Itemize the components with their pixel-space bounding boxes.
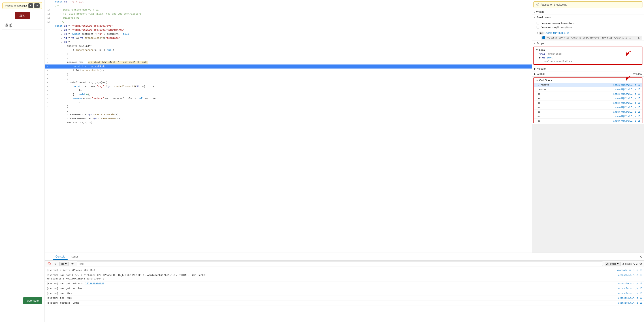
msg-link-4[interactable]: vconsole.min.js:10: [616, 291, 642, 295]
console-message-4: [system] dns: 0ms vconsole.min.js:10: [45, 291, 644, 296]
bp-file-section: ▼ ▶| index-UjY2hWLO.js ✓ **/const $b="ht…: [536, 31, 642, 40]
pause-uncaught-checkbox[interactable]: [536, 22, 539, 25]
console-panel: ⋮ Console Issues ✕ 🚫 ⊘ top ▼ 👁 All level…: [45, 253, 644, 322]
resume-button[interactable]: ▶: [28, 3, 33, 8]
close-console-button[interactable]: ✕: [639, 255, 642, 259]
msg-link-0[interactable]: vconsole.main.js:10: [615, 268, 642, 272]
scope-label: Scope: [536, 42, 544, 45]
code-line: - r: [45, 101, 532, 105]
callstack-item-4[interactable]: pe index-UjY2hWLO.js:13: [534, 101, 642, 105]
msg-link-5[interactable]: vconsole.min.js:10: [616, 296, 642, 300]
breakpoints-content: Pause on uncaught exceptions Pause on ca…: [532, 20, 644, 41]
msg-link-1[interactable]: vconsole.min.js:10: [616, 273, 642, 277]
cs-name-4: pe: [538, 101, 540, 104]
issues-badge[interactable]: 2 Issues: 🗨 2: [622, 262, 638, 265]
msg-link-2[interactable]: vconsole.min.js:10: [616, 282, 642, 285]
code-line: - }: [45, 52, 532, 57]
code-line: - t.insertBefore(e, n || null): [45, 48, 532, 52]
module-label: Module: [537, 67, 546, 70]
global-header[interactable]: ▶ Global Window: [532, 72, 644, 76]
callstack-item-8[interactable]: be index-UjY2hWLO.js:13: [534, 119, 642, 123]
tab-console[interactable]: Console: [53, 254, 68, 260]
cs-name-7: ae: [538, 115, 540, 118]
code-line: - ,: [45, 57, 532, 61]
step-over-button[interactable]: ⏭: [34, 3, 40, 8]
cs-file-8: index-UjY2hWLO.js:13: [613, 120, 640, 122]
cs-file-7: index-UjY2hWLO.js:13: [613, 115, 640, 118]
callstack-item-2[interactable]: pe index-UjY2hWLO.js:13: [534, 92, 642, 96]
console-dots-button[interactable]: ⋮: [46, 255, 52, 259]
msg-link-6[interactable]: vconsole.min.js:10: [616, 301, 642, 304]
callstack-item-1[interactable]: remove index-UjY2hWLO.js:13: [534, 87, 642, 92]
eye-icon-button[interactable]: 👁: [70, 262, 75, 266]
code-line: 16 * @license MIT: [45, 16, 532, 20]
levels-selector[interactable]: All levels ▼: [604, 262, 620, 266]
app-title: 港币: [2, 23, 12, 28]
code-line: - setText: (e,t)=>{: [45, 121, 532, 125]
cs-file-3: index-UjY2hWLO.js:13: [613, 97, 640, 100]
module-section: ▶ Module: [532, 66, 644, 72]
code-line: - , 0b = {: [45, 40, 532, 44]
module-header[interactable]: ▶ Module: [532, 66, 644, 71]
cs-name-8: be: [538, 119, 540, 122]
settings-icon-btn[interactable]: ⊘: [54, 262, 58, 266]
console-messages[interactable]: [system] client: iPhone; iOS 16.0 vconso…: [45, 267, 644, 322]
vconsole-button[interactable]: vConsole: [23, 297, 42, 304]
pause-caught-checkbox[interactable]: [536, 26, 539, 29]
code-line: - createText: e=>yo.createTextNode(e),: [45, 113, 532, 117]
code-line: - /**: [45, 4, 532, 8]
code-line: - t && t.removeChild(e): [45, 69, 532, 73]
context-value: top: [61, 262, 64, 265]
scope-e: ▶ e: text: [536, 56, 640, 60]
code-line: - }: [45, 105, 532, 109]
console-toolbar: 🚫 ⊘ top ▼ 👁 All levels ▼ 2 Issues: 🗨 2 ⚙: [45, 261, 644, 267]
callstack-label: Call Stack: [539, 79, 552, 82]
console-message-5: [system] tcp: 0ms vconsole.min.js:10: [45, 296, 644, 301]
callstack-item-6[interactable]: pe index-UjY2hWLO.js:13: [534, 110, 642, 114]
callstack-item-active[interactable]: → remove index-UjY2hWLO.js:17: [534, 83, 642, 87]
context-selector[interactable]: top ▼: [59, 262, 69, 266]
cs-name-6: pe: [538, 110, 540, 113]
scope-section: ▼ Scope ▼ Local this: undefined ▶ e: tex…: [532, 41, 644, 66]
callstack-item-7[interactable]: ae index-UjY2hWLO.js:13: [534, 114, 642, 119]
cs-file-6: index-UjY2hWLO.js:13: [613, 111, 640, 113]
cs-name-1: remove: [538, 88, 546, 91]
scope-t: t: <value unavailable>: [536, 60, 640, 63]
callstack-section: ▼ Call Stack → remove index-UjY2hWLO.js:…: [532, 77, 644, 124]
code-line: - const $b = "http://www.w3.org/2000/svg…: [45, 24, 532, 28]
code-line: - , Eb = "http://www.w3.org/1998/Math/Ma…: [45, 28, 532, 32]
code-line: - createComment: e=>yo.createComment(e),: [45, 117, 532, 121]
code-line: - } : void 0);: [45, 93, 532, 97]
cs-name-2: pe: [538, 93, 540, 95]
scope-this: this: undefined: [536, 52, 640, 56]
code-line: 15 * (c) 2018-present Yuxi (Evan) You an…: [45, 12, 532, 16]
eye-icon: 👁: [72, 262, 74, 265]
back-button[interactable]: 返回: [15, 12, 30, 19]
code-line: - is: n: [45, 89, 532, 93]
bp-entry-row[interactable]: ✓ **/const $b="http://www.w3.org/2000/sv…: [541, 36, 642, 40]
console-settings-button[interactable]: ⚙: [639, 262, 642, 265]
paused-banner: ⓘ Paused on breakpoint: [534, 1, 642, 8]
breakpoints-header[interactable]: ▼ Breakpoints: [532, 15, 644, 20]
console-filter-input[interactable]: [77, 261, 603, 266]
console-message-6: [system] request: 27ms vconsole.min.js:1…: [45, 301, 644, 306]
pause-uncaught-row: Pause on uncaught exceptions: [536, 21, 642, 25]
callstack-item-3[interactable]: ve index-UjY2hWLO.js:13: [534, 96, 642, 101]
callstack-item-5[interactable]: ae index-UjY2hWLO.js:13: [534, 105, 642, 110]
tab-issues[interactable]: Issues: [68, 254, 81, 260]
current-code-line: - const t = e.parentNode;: [45, 65, 532, 69]
watch-header[interactable]: ▶ Watch: [532, 9, 644, 15]
pause-uncaught-label: Pause on uncaught exceptions: [540, 22, 574, 25]
debugger-banner: Paused in debugger ▶ ⏭: [2, 2, 42, 9]
msg-link-3[interactable]: vconsole.min.js:10: [616, 287, 642, 290]
bp-file-header[interactable]: ▼ ▶| index-UjY2hWLO.js: [536, 31, 642, 36]
local-header[interactable]: ▼ Local: [536, 48, 640, 52]
code-line: - ,: [45, 77, 532, 81]
debugger-banner-text: Paused in debugger: [5, 4, 27, 7]
callstack-header[interactable]: ▼ Call Stack: [534, 78, 642, 83]
paused-text: Paused on breakpoint: [540, 3, 566, 6]
clear-console-button[interactable]: 🚫: [46, 262, 52, 266]
debug-panel: ⓘ Paused on breakpoint ▶ Watch ▼ Breakpo…: [532, 0, 644, 124]
cs-name-5: ae: [538, 106, 540, 109]
scope-header[interactable]: ▼ Scope: [532, 41, 644, 46]
